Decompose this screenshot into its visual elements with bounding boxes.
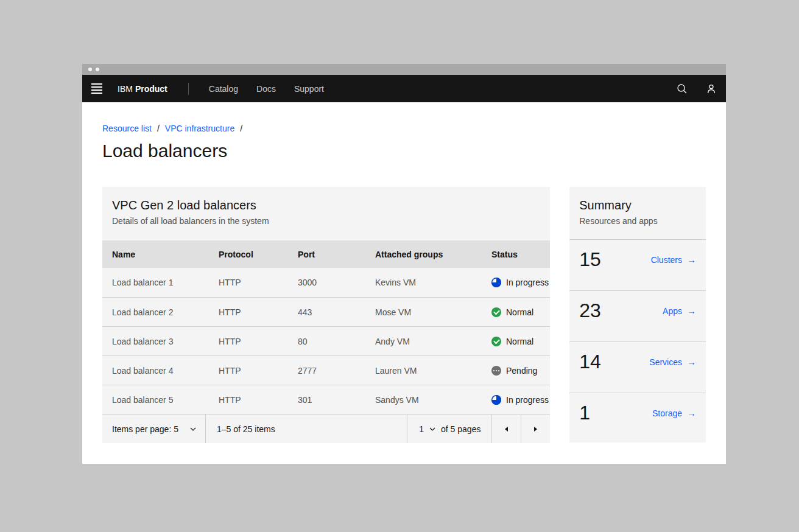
page-number-select[interactable]: 1 of 5 pages xyxy=(407,415,491,443)
column-header-attached-groups[interactable]: Attached groups xyxy=(375,250,491,259)
cell-attached-group: Lauren VM xyxy=(375,366,491,376)
window-control-dot[interactable] xyxy=(96,68,99,71)
brand[interactable]: IBMProduct xyxy=(118,84,167,94)
header-divider xyxy=(188,83,189,95)
arrow-right-icon xyxy=(687,408,696,418)
caret-right-icon xyxy=(534,427,537,432)
page-title: Load balancers xyxy=(102,142,706,160)
cell-name: Load balancer 4 xyxy=(112,366,219,376)
table-row: Load balancer 1 HTTP 3000 Kevins VM In p… xyxy=(102,268,550,297)
cell-protocol: HTTP xyxy=(219,337,298,346)
status-normal-icon xyxy=(491,337,501,346)
header-actions xyxy=(667,75,726,102)
window-titlebar xyxy=(82,64,726,75)
breadcrumb-link-resource-list[interactable]: Resource list xyxy=(102,124,152,133)
table-header-row: Name Protocol Port Attached groups Statu… xyxy=(102,240,550,268)
page-number-value: 1 xyxy=(419,424,424,434)
load-balancers-table-card: VPC Gen 2 load balancers Details of all … xyxy=(102,187,550,443)
chevron-down-icon xyxy=(429,427,435,431)
window-control-dot[interactable] xyxy=(88,68,92,71)
next-page-button[interactable] xyxy=(521,415,550,443)
summary-title: Summary xyxy=(579,198,696,212)
summary-item-services: 14 Services xyxy=(569,341,706,393)
items-per-page-select[interactable]: Items per page: 5 xyxy=(102,415,206,443)
table-card-title: VPC Gen 2 load balancers xyxy=(112,198,540,212)
items-per-page-text: Items per page: 5 xyxy=(112,424,178,434)
cell-port: 443 xyxy=(298,307,375,317)
cell-attached-group: Sandys VM xyxy=(375,395,491,405)
summary-link-label: Clusters xyxy=(651,255,682,265)
account-button[interactable] xyxy=(697,75,726,102)
cell-status: Normal xyxy=(491,307,550,317)
chevron-down-icon xyxy=(190,427,196,431)
menu-button[interactable] xyxy=(82,75,111,102)
cell-status: In progress xyxy=(491,278,550,287)
summary-count: 23 xyxy=(579,298,601,323)
hamburger-icon xyxy=(91,83,102,94)
column-header-port[interactable]: Port xyxy=(298,250,375,259)
breadcrumb-link-vpc-infrastructure[interactable]: VPC infrastructure xyxy=(165,124,234,133)
app-header: IBMProduct Catalog Docs Support xyxy=(82,75,726,102)
nav-item-catalog[interactable]: Catalog xyxy=(209,84,238,94)
cell-port: 80 xyxy=(298,337,375,346)
summary-item-apps: 23 Apps xyxy=(569,290,706,341)
cell-port: 2777 xyxy=(298,366,375,376)
cell-name: Load balancer 5 xyxy=(112,395,219,405)
cell-protocol: HTTP xyxy=(219,366,298,376)
cell-protocol: HTTP xyxy=(219,278,298,287)
pages-total-label: of 5 pages xyxy=(441,424,480,434)
breadcrumb-separator: / xyxy=(240,124,242,133)
cell-status: Pending xyxy=(491,366,550,376)
cell-port: 3000 xyxy=(298,278,375,287)
pagination-range-label: 1–5 of 25 items xyxy=(206,424,407,434)
summary-card: Summary Resources and apps 15 Clusters 2… xyxy=(569,187,706,443)
summary-link-label: Storage xyxy=(652,408,682,418)
table-row: Load balancer 5 HTTP 301 Sandys VM In pr… xyxy=(102,385,550,414)
column-header-status[interactable]: Status xyxy=(491,250,550,259)
caret-left-icon xyxy=(505,427,508,432)
search-button[interactable] xyxy=(667,75,697,102)
table-card-header: VPC Gen 2 load balancers Details of all … xyxy=(102,187,550,240)
search-icon xyxy=(676,83,688,95)
arrow-right-icon xyxy=(687,254,696,265)
status-label: Normal xyxy=(506,337,533,346)
cell-attached-group: Andy VM xyxy=(375,337,491,346)
summary-item-clusters: 15 Clusters xyxy=(569,239,706,290)
summary-subtitle: Resources and apps xyxy=(579,216,696,226)
cell-name: Load balancer 1 xyxy=(112,278,219,287)
status-label: In progress xyxy=(506,278,549,287)
breadcrumb: Resource list / VPC infrastructure / xyxy=(102,124,706,133)
brand-prefix: IBM xyxy=(118,84,133,94)
nav-item-support[interactable]: Support xyxy=(294,84,324,94)
status-label: Normal xyxy=(506,307,533,317)
cell-port: 301 xyxy=(298,395,375,405)
apps-link[interactable]: Apps xyxy=(663,306,696,316)
previous-page-button[interactable] xyxy=(491,415,521,443)
table-row: Load balancer 4 HTTP 2777 Lauren VM Pend… xyxy=(102,355,550,385)
status-in-progress-icon xyxy=(491,395,501,405)
cell-attached-group: Mose VM xyxy=(375,307,491,317)
clusters-link[interactable]: Clusters xyxy=(651,254,696,265)
summary-count: 14 xyxy=(579,349,601,374)
arrow-right-icon xyxy=(687,357,696,367)
pagination-bar: Items per page: 5 1–5 of 25 items 1 of 5… xyxy=(102,414,550,443)
summary-link-label: Apps xyxy=(663,306,682,316)
cell-name: Load balancer 2 xyxy=(112,307,219,317)
column-header-name[interactable]: Name xyxy=(112,250,219,259)
column-header-protocol[interactable]: Protocol xyxy=(219,250,298,259)
status-in-progress-icon xyxy=(491,278,501,287)
user-icon xyxy=(705,83,717,95)
summary-count: 15 xyxy=(579,247,601,271)
header-nav: Catalog Docs Support xyxy=(209,84,324,94)
summary-item-storage: 1 Storage xyxy=(569,393,706,443)
cell-attached-group: Kevins VM xyxy=(375,278,491,287)
browser-window: IBMProduct Catalog Docs Support xyxy=(82,64,726,464)
nav-item-docs[interactable]: Docs xyxy=(256,84,276,94)
cell-name: Load balancer 3 xyxy=(112,337,219,346)
services-link[interactable]: Services xyxy=(649,357,696,367)
cell-status: Normal xyxy=(491,337,550,346)
brand-name: Product xyxy=(135,84,167,94)
status-normal-icon xyxy=(491,307,501,317)
storage-link[interactable]: Storage xyxy=(652,408,696,418)
table-row: Load balancer 2 HTTP 443 Mose VM Normal xyxy=(102,297,550,326)
